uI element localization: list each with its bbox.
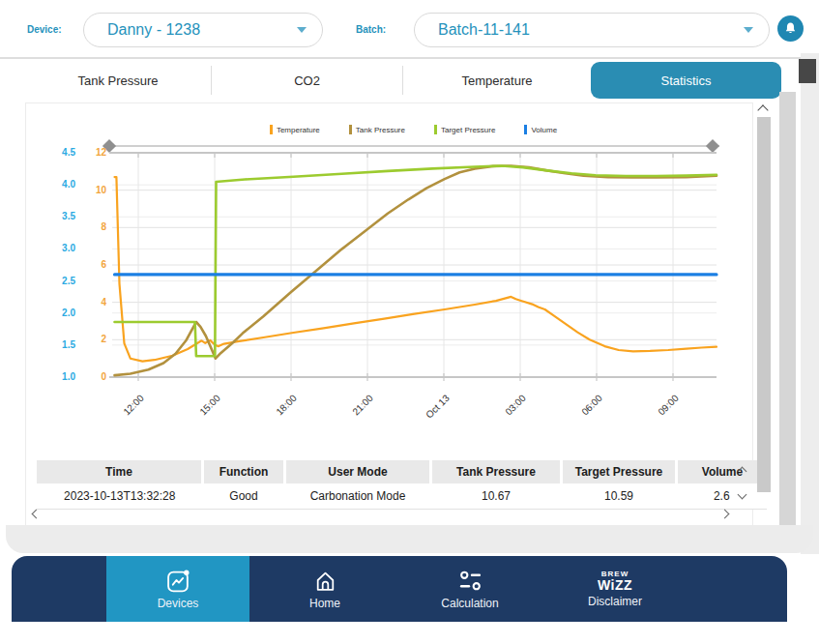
chevron-down-icon <box>744 27 753 33</box>
axis-tick-label: 3.5 <box>62 211 75 222</box>
table-scroll-left-icon[interactable] <box>32 510 42 519</box>
axis-tick-label: 2 <box>101 334 106 345</box>
legend-item-tank-pressure[interactable]: Tank Pressure <box>349 125 405 134</box>
devices-chart-icon <box>165 568 191 594</box>
x-axis-tick-label: Oct 13 <box>424 393 452 421</box>
legend-item-target-pressure[interactable]: Target Pressure <box>434 125 495 134</box>
col-volume[interactable]: Volume <box>677 460 768 483</box>
statistics-table: Time Function User Mode Tank Pressure Ta… <box>37 460 767 510</box>
tab-tank-pressure[interactable]: Tank Pressure <box>25 60 211 101</box>
axis-tick-label: 4.5 <box>62 147 75 159</box>
statistics-chart[interactable] <box>108 149 718 387</box>
table-header-row: Time Function User Mode Tank Pressure Ta… <box>37 460 767 483</box>
nav-item-home[interactable]: Home <box>257 556 393 622</box>
batch-select[interactable]: Batch-11-141 <box>414 13 770 47</box>
table-row[interactable]: 2023-10-13T13:32:28 Good Carbonation Mod… <box>37 483 767 510</box>
legend-swatch-temperature <box>270 125 273 134</box>
x-axis-tick-label: 09:00 <box>656 393 680 417</box>
panel-scroll-up-icon[interactable] <box>757 104 768 115</box>
nav-item-calculation[interactable]: Calculation <box>402 556 538 622</box>
brewwizz-logo: BREW WiZZ <box>598 571 632 592</box>
zoom-slider-track[interactable] <box>104 145 719 147</box>
axis-tick-label: 2.5 <box>62 276 75 287</box>
x-axis-tick-label: 12:00 <box>121 393 145 417</box>
nav-item-devices[interactable]: Devices <box>106 556 249 622</box>
page-scrollbar-track[interactable] <box>801 53 819 554</box>
axis-tick-label: 0 <box>101 371 106 383</box>
axis-tick-label: 1.5 <box>62 339 75 351</box>
legend-item-volume[interactable]: Volume <box>524 125 557 134</box>
axis-tick-label: 6 <box>101 259 106 271</box>
panel-footer-strip <box>6 525 813 553</box>
chevron-down-icon <box>297 27 307 33</box>
tab-statistics[interactable]: Statistics <box>591 62 781 99</box>
col-target-pressure[interactable]: Target Pressure <box>562 460 677 483</box>
legend-swatch-tank-pressure <box>349 125 352 134</box>
device-label: Device: <box>27 24 62 35</box>
panel-border-left <box>25 102 26 525</box>
panel-scrollbar-thumb[interactable] <box>757 117 771 492</box>
axis-tick-label: 4.0 <box>62 179 75 190</box>
tab-co2[interactable]: CO2 <box>212 60 402 101</box>
bottom-navbar: Devices Home Calculation BREW WiZZ Discl <box>12 556 787 622</box>
axis-tick-label: 4 <box>101 297 106 308</box>
x-axis-labels: 12:0015:0018:0021:00Oct 1303:0006:0009:0… <box>108 383 718 433</box>
nav-item-disclaimer[interactable]: BREW WiZZ Disclaimer <box>547 556 683 622</box>
axis-tick-label: 8 <box>101 221 106 233</box>
page-scrollbar-thumb[interactable] <box>799 59 816 83</box>
axis-tick-label: 12 <box>96 147 106 159</box>
x-axis-tick-label: 21:00 <box>350 393 374 417</box>
outer-scrollbar-track[interactable] <box>779 92 796 547</box>
legend-swatch-target-pressure <box>434 125 437 134</box>
axis-tick-label: 1.0 <box>62 371 75 383</box>
notifications-button[interactable] <box>777 15 804 42</box>
batch-select-value: Batch-11-141 <box>438 21 530 39</box>
col-tank-pressure[interactable]: Tank Pressure <box>431 460 562 483</box>
col-user-mode[interactable]: User Mode <box>285 460 431 483</box>
axis-tick-label: 2.0 <box>62 307 75 319</box>
x-axis-tick-label: 03:00 <box>503 393 527 417</box>
brewwizz-app: Device: Danny - 1238 Batch: Batch-11-141… <box>0 0 819 644</box>
col-time[interactable]: Time <box>37 460 203 483</box>
pressure-axis: 121086420 <box>79 149 106 387</box>
header-divider <box>0 57 819 59</box>
batch-label: Batch: <box>356 24 386 35</box>
tab-temperature[interactable]: Temperature <box>403 60 591 101</box>
axis-tick-label: 10 <box>96 185 106 196</box>
home-icon <box>312 568 338 594</box>
x-axis-tick-label: 06:00 <box>579 393 603 417</box>
legend-item-temperature[interactable]: Temperature <box>270 125 320 134</box>
axis-tick-label: 3.0 <box>62 243 75 254</box>
x-axis-tick-label: 15:00 <box>197 393 221 417</box>
x-axis-tick-label: 18:00 <box>274 393 298 417</box>
calculation-icon <box>457 568 483 594</box>
device-select-value: Danny - 1238 <box>107 21 200 39</box>
panel-border-top <box>25 102 753 103</box>
col-function[interactable]: Function <box>203 460 285 483</box>
legend-swatch-volume <box>524 125 527 134</box>
chart-legend: Temperature Tank Pressure Target Pressur… <box>111 125 716 134</box>
device-select[interactable]: Danny - 1238 <box>83 13 323 47</box>
bell-icon <box>783 21 798 36</box>
volume-axis: 4.54.03.53.02.52.01.51.0 <box>43 149 75 387</box>
table-scroll-right-icon[interactable] <box>720 510 730 519</box>
